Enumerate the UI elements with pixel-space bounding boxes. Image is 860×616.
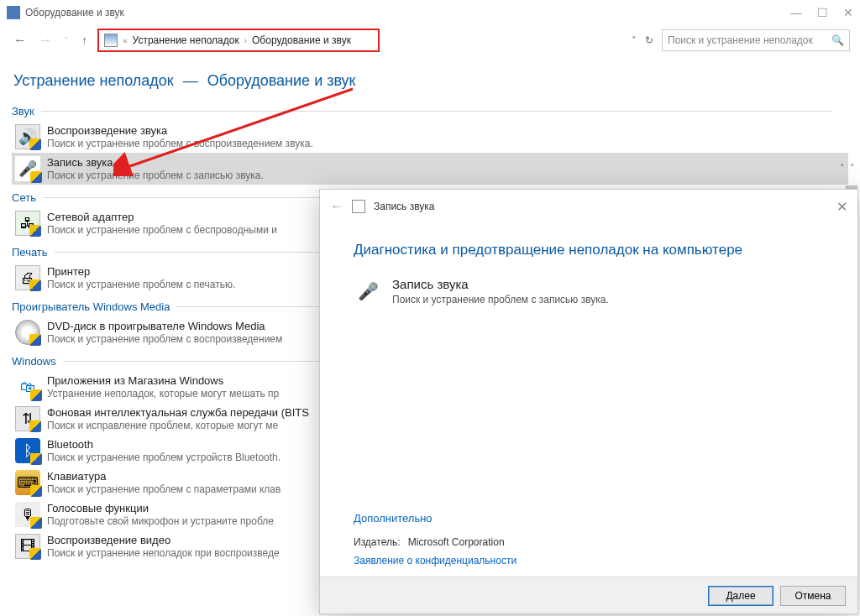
wizard-icon — [352, 200, 365, 213]
speaker-icon: 🔊 — [15, 124, 40, 149]
search-icon: 🔍 — [831, 34, 844, 46]
scroll-up-icon[interactable]: ˄ — [850, 163, 855, 174]
chevron-right-icon: › — [244, 36, 247, 45]
next-button[interactable]: Далее — [708, 586, 773, 606]
item-desc: Поиск и исправление проблем, которые мог… — [47, 420, 309, 431]
dvd-icon — [15, 320, 40, 345]
item-desc: Поиск и устранение проблем устройств Blu… — [47, 452, 281, 463]
item-record[interactable]: 🎤 Запись звука Поиск и устранение пробле… — [12, 153, 848, 185]
refresh-button[interactable]: ↻ — [645, 34, 653, 46]
window-title: Оборудование и звук — [25, 7, 790, 18]
wizard-header: ← Запись звука ✕ — [320, 190, 857, 223]
network-icon: 🖧 — [15, 211, 40, 236]
group-collapse-icon[interactable]: ˄ — [840, 163, 845, 174]
shield-icon — [30, 453, 42, 465]
navbar: ← → ˅ ↑ « Устранение неполадок › Оборудо… — [0, 25, 860, 55]
close-button[interactable]: ✕ — [843, 6, 853, 19]
voice-icon: 🎙 — [15, 502, 40, 527]
forward-button[interactable]: → — [35, 31, 55, 50]
item-title: DVD-диск в проигрывателе Windows Media — [47, 320, 282, 332]
shield-icon — [30, 171, 42, 183]
item-desc: Поиск и устранение проблем с печатью. — [47, 279, 235, 290]
store-icon: 🛍 — [15, 374, 40, 399]
item-title: Воспроизведение звука — [47, 124, 313, 137]
shield-icon — [29, 138, 41, 150]
video-icon: 🎞 — [15, 534, 40, 559]
item-title: Принтер — [47, 265, 235, 278]
troubleshooter-desc: Поиск и устранение проблем с записью зву… — [392, 294, 609, 305]
shield-icon — [29, 279, 41, 291]
breadcrumb-prefix: « — [123, 36, 128, 45]
history-dropdown[interactable]: ˅ — [60, 34, 71, 47]
shield-icon — [30, 517, 42, 529]
bluetooth-icon: ᛒ — [15, 438, 40, 463]
troubleshooter-row: 🎤 Запись звука Поиск и устранение пробле… — [354, 277, 824, 305]
page-title-b: Оборудование и звук — [207, 72, 356, 89]
group-sound[interactable]: Звук — [12, 105, 848, 117]
shield-icon — [29, 225, 41, 237]
item-title: Клавиатура — [47, 470, 281, 483]
item-title: Запись звука — [47, 156, 264, 169]
shield-icon — [29, 334, 41, 346]
control-panel-icon — [104, 34, 118, 47]
wizard-heading: Диагностика и предотвращение неполадок н… — [354, 242, 824, 258]
shield-icon — [29, 548, 41, 560]
item-title: Сетевой адаптер — [47, 211, 277, 223]
breadcrumb-part2[interactable]: Оборудование и звук — [252, 34, 351, 46]
item-desc: Поиск и устранение проблем с воспроизвед… — [47, 138, 313, 149]
cancel-button[interactable]: Отмена — [780, 586, 846, 606]
item-title: Фоновая интеллектуальная служба передачи… — [47, 406, 309, 419]
back-button[interactable]: ← — [10, 31, 30, 50]
address-bar[interactable]: « Устранение неполадок › Оборудование и … — [97, 29, 380, 52]
item-title: Приложения из Магазина Windows — [47, 374, 279, 387]
item-desc: Устранение неполадок, которые могут меша… — [47, 388, 279, 399]
troubleshooter-mic-icon: 🎤 — [354, 277, 382, 305]
advanced-link[interactable]: Дополнительно — [354, 512, 433, 525]
maximize-button[interactable]: ☐ — [817, 6, 828, 19]
shield-icon — [30, 389, 42, 401]
page-title: Устранение неполадок — Оборудование и зв… — [13, 72, 848, 90]
wizard-title: Запись звука — [374, 201, 828, 212]
item-desc: Поиск и устранение проблем с записью зву… — [47, 170, 264, 181]
item-desc: Поиск и устранение неполадок при воспрои… — [47, 547, 280, 559]
publisher-value: Microsoft Corporation — [408, 536, 505, 548]
item-desc: Поиск и устранение проблем с беспроводны… — [47, 224, 277, 236]
address-dropdown[interactable]: ˅ — [632, 35, 637, 46]
shield-icon — [29, 420, 41, 432]
titlebar: Оборудование и звук — ☐ ✕ — [0, 0, 860, 25]
item-playback[interactable]: 🔊 Воспроизведение звука Поиск и устранен… — [12, 121, 848, 153]
keyboard-icon: ⌨ — [15, 470, 40, 495]
troubleshooter-title: Запись звука — [392, 277, 609, 291]
app-icon — [7, 6, 20, 19]
wizard-button-row: Далее Отмена — [320, 577, 857, 613]
page-title-a: Устранение неполадок — [13, 72, 174, 89]
up-button[interactable]: ↑ — [81, 34, 87, 47]
item-desc: Подготовьте свой микрофон и устраните пр… — [47, 515, 274, 527]
page-title-sep: — — [183, 72, 198, 89]
search-input[interactable]: Поиск и устранение неполадок 🔍 — [662, 29, 850, 51]
breadcrumb-part1[interactable]: Устранение неполадок — [133, 34, 239, 46]
wizard-back-button[interactable]: ← — [330, 199, 343, 214]
shield-icon — [30, 485, 42, 497]
minimize-button[interactable]: — — [790, 6, 802, 19]
printer-icon: 🖨 — [15, 265, 40, 290]
publisher-line: Издатель: Microsoft Corporation — [354, 536, 505, 548]
troubleshooter-wizard: ← Запись звука ✕ Диагностика и предотвра… — [319, 189, 858, 614]
wizard-close-button[interactable]: ✕ — [836, 199, 847, 215]
search-placeholder: Поиск и устранение неполадок — [668, 34, 813, 46]
item-desc: Поиск и устранение проблем с воспроизвед… — [47, 333, 282, 345]
item-title: Воспроизведение видео — [47, 534, 280, 546]
bits-icon: ⇅ — [15, 406, 40, 431]
item-title: Bluetooth — [47, 438, 281, 451]
item-title: Голосовые функции — [47, 502, 274, 514]
microphone-icon: 🎤 — [15, 156, 40, 181]
privacy-link[interactable]: Заявление о конфиденциальности — [354, 555, 517, 566]
item-desc: Поиск и устранение проблем с параметрами… — [47, 483, 281, 495]
publisher-label: Издатель: — [354, 536, 401, 548]
